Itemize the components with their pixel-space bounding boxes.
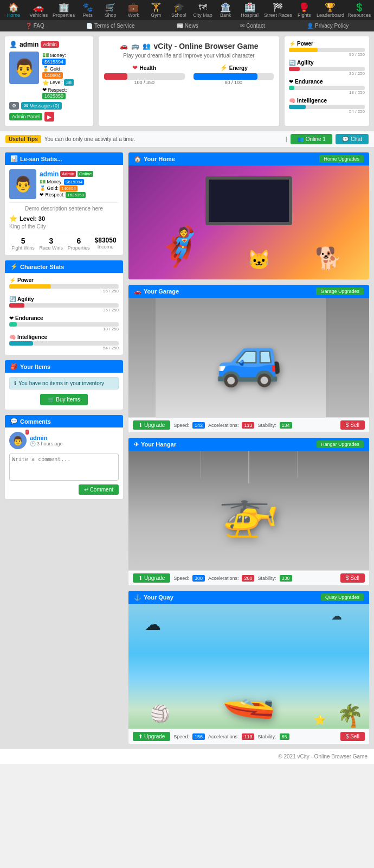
quay-sell-icon: $ bbox=[346, 733, 349, 739]
quay-upgrade-button[interactable]: ⬆ Upgrade bbox=[133, 732, 170, 741]
garage-acc-label: Accelerations: bbox=[208, 423, 239, 428]
quay-stab-val: 85 bbox=[280, 733, 289, 740]
tips-label: Useful Tips bbox=[5, 135, 41, 143]
race-wins-label: Race Wins bbox=[40, 245, 63, 251]
nav-hospital[interactable]: 🏥 Hospital bbox=[238, 2, 262, 18]
power-val: 95 / 250 bbox=[9, 289, 119, 293]
endurance-label: Endurance bbox=[15, 315, 43, 321]
health-label: Health bbox=[139, 65, 156, 71]
power-val-r: 95 / 250 bbox=[289, 52, 365, 57]
home-upgrades-button[interactable]: Home Upgrades bbox=[319, 155, 364, 163]
hangar-sell-icon: $ bbox=[346, 575, 349, 581]
streetraces-icon: 🏁 bbox=[273, 2, 283, 12]
privacy-link[interactable]: 👤 Privacy Policy bbox=[307, 23, 349, 29]
admin-badge: Admin bbox=[41, 41, 59, 48]
player-stats-card: 📊 Le-san Statis... 👨 admin Admin Online … bbox=[4, 152, 124, 256]
comments-icon: 💬 bbox=[10, 418, 18, 425]
contact-link[interactable]: ✉ Contact bbox=[240, 23, 265, 29]
hangar-panel: ✈ Your Hangar Hangar Upgrades 🚁 ⬆ Upgrad… bbox=[128, 437, 370, 586]
comment-username: admin bbox=[30, 435, 63, 441]
info-icon: ℹ bbox=[14, 380, 16, 386]
home-panel-icon: 🏠 bbox=[134, 156, 141, 163]
power-label: Power bbox=[17, 277, 34, 283]
income-stat: $83050 Income bbox=[95, 237, 117, 251]
hospital-icon: 🏥 bbox=[244, 2, 255, 12]
properties-icon: 🏢 bbox=[59, 2, 69, 12]
player-description: Demo description sentence here bbox=[9, 202, 119, 212]
fight-wins-stat: 5 Fight Wins bbox=[11, 237, 35, 251]
quay-sell-button[interactable]: $ Sell bbox=[340, 732, 365, 741]
quay-speed-label: Speed: bbox=[173, 734, 189, 739]
nav-gym[interactable]: 🏋 Gym bbox=[146, 2, 166, 18]
tos-link[interactable]: 📄 Terms of Service bbox=[86, 23, 134, 29]
nav-home[interactable]: 🏠 Home bbox=[2, 2, 25, 18]
garage-speed-label: Speed: bbox=[173, 423, 189, 428]
chat-icon: 💬 bbox=[342, 136, 349, 142]
bus-header-icon: 🚌 bbox=[131, 42, 139, 50]
nav-bank[interactable]: 🏦 Bank bbox=[216, 2, 235, 18]
settings-button[interactable]: ⚙ bbox=[9, 102, 19, 110]
nav-properties[interactable]: 🏢 Properties bbox=[53, 2, 75, 18]
bank-icon: 🏦 bbox=[220, 2, 231, 12]
comment-button[interactable]: ↩ Comment bbox=[79, 484, 119, 495]
quay-acc-label: Accelerations: bbox=[208, 734, 239, 739]
agility-val: 35 / 250 bbox=[9, 308, 119, 312]
comment-input[interactable] bbox=[9, 454, 119, 481]
agility-bar-r bbox=[289, 67, 300, 71]
buy-items-button[interactable]: 🛒 Buy Items bbox=[40, 394, 87, 405]
items-card: 🎒 Your Items ℹ You have no items in your… bbox=[4, 360, 124, 410]
footer: © 2021 vCity - Online Browser Game bbox=[0, 749, 374, 764]
hangar-sell-button[interactable]: $ Sell bbox=[340, 573, 365, 583]
garage-upgrades-button[interactable]: Garage Upgrades bbox=[316, 288, 364, 295]
agility-bar bbox=[9, 303, 24, 308]
nav-resources[interactable]: 💲 Resources bbox=[347, 2, 372, 18]
nav-work[interactable]: 💼 Work bbox=[123, 2, 144, 18]
faq-link[interactable]: ❓ FAQ bbox=[25, 23, 44, 29]
top-nav: 🏠 Home 🚗 Vehicles 🏢 Properties 🐾 Pets 🛒 … bbox=[0, 0, 374, 20]
nav-citymap[interactable]: 🗺 City Map bbox=[192, 3, 214, 18]
nav-leaderboard[interactable]: 🏆 Leaderboard bbox=[316, 2, 344, 18]
nav-vehicles[interactable]: 🚗 Vehicles bbox=[27, 2, 50, 18]
reply-icon: ↩ bbox=[84, 487, 88, 493]
health-bar bbox=[104, 73, 127, 80]
hangar-upgrade-button[interactable]: ⬆ Upgrade bbox=[133, 573, 170, 583]
garage-acc-val: 113 bbox=[242, 422, 254, 429]
energy-icon: ⚡ bbox=[220, 64, 228, 72]
avatar: 👨 bbox=[9, 52, 39, 84]
home-panel: 🏠 Your Home Home Upgrades 🦸 🐱 🐕 bbox=[128, 152, 370, 280]
chat-button[interactable]: 💬 Chat bbox=[336, 134, 369, 144]
shop-icon: 🛒 bbox=[105, 2, 116, 12]
nav-shop[interactable]: 🛒 Shop bbox=[100, 2, 121, 18]
quay-image: ☁ ☁ 🌴 🏐 ⭐ 🚤 bbox=[128, 604, 369, 729]
nav-school[interactable]: 🎓 School bbox=[168, 2, 190, 18]
nav-fights[interactable]: 🥊 Fights bbox=[294, 2, 314, 18]
nav-streetraces[interactable]: 🏁 Street Races bbox=[264, 2, 292, 18]
clock-icon: 🕐 bbox=[30, 441, 36, 446]
endurance-icon-r: ❤ bbox=[289, 79, 293, 85]
hangar-image: 🚁 bbox=[128, 451, 369, 570]
car-header-icon: 🚗 bbox=[120, 42, 128, 50]
footer-text: © 2021 vCity - Online Browser Game bbox=[278, 754, 367, 760]
hangar-upgrades-button[interactable]: Hangar Upgrades bbox=[317, 441, 364, 448]
agility-bar-bg bbox=[9, 303, 119, 308]
garage-upgrade-button[interactable]: ⬆ Upgrade bbox=[133, 420, 170, 430]
arrow-button[interactable]: ▶ bbox=[44, 112, 54, 122]
endurance-val: 18 / 250 bbox=[9, 327, 119, 331]
contact-icon: ✉ bbox=[240, 23, 244, 29]
news-link[interactable]: 📰 News bbox=[177, 23, 198, 29]
vehicles-icon: 🚗 bbox=[33, 2, 44, 12]
admin-panel-button[interactable]: Admin Panel bbox=[9, 113, 42, 120]
comments-card: 💬 Comments 👨 ! admin 🕐 3 hours ago bbox=[4, 414, 124, 500]
health-icon: ❤ bbox=[132, 64, 138, 72]
messages-button[interactable]: ✉ Messages (0) bbox=[21, 102, 62, 110]
hangar-panel-icon: ✈ bbox=[134, 441, 139, 448]
quay-panel: ⚓ Your Quay Quay Upgrades ☁ ☁ 🌴 🏐 ⭐ 🚤 bbox=[128, 590, 370, 744]
work-icon: 💼 bbox=[128, 2, 139, 12]
quay-upgrades-button[interactable]: Quay Upgrades bbox=[321, 593, 364, 601]
garage-sell-button[interactable]: $ Sell bbox=[340, 420, 365, 430]
level-star-icon: ⭐ bbox=[9, 215, 17, 222]
nav-pets[interactable]: 🐾 Pets bbox=[78, 2, 98, 18]
online-button[interactable]: 👥 Online 1 bbox=[291, 134, 332, 144]
privacy-icon: 👤 bbox=[307, 23, 313, 29]
endurance-bar bbox=[9, 322, 17, 327]
